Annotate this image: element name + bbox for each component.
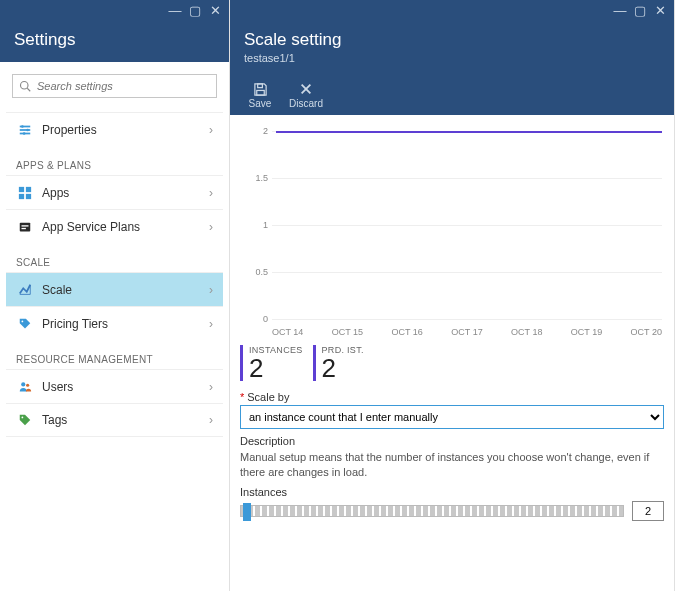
chevron-right-icon: ›	[209, 380, 213, 394]
chart-y-tick: 1	[240, 220, 268, 230]
svg-rect-12	[20, 222, 31, 231]
chart-x-tick: OCT 18	[511, 327, 542, 337]
instances-chart: 00.511.52	[240, 125, 664, 325]
plan-icon	[16, 218, 34, 236]
save-icon	[253, 80, 268, 98]
chart-series-line	[276, 131, 662, 133]
chart-gridline	[272, 225, 662, 226]
chart-gridline	[272, 319, 662, 320]
maximize-icon[interactable]: ▢	[185, 1, 205, 19]
instances-slider-label: Instances	[240, 486, 664, 498]
titlebar-left: — ▢ ✕	[0, 0, 229, 20]
description-label: Description	[240, 435, 664, 447]
search-icon	[19, 80, 31, 92]
svg-rect-8	[19, 186, 24, 191]
scale-setting-blade: — ▢ ✕ Scale setting testase1/1 Save Disc…	[230, 0, 675, 591]
svg-point-0	[21, 82, 29, 90]
svg-rect-10	[19, 193, 24, 198]
nav-apps-label: Apps	[42, 186, 209, 200]
settings-blade: — ▢ ✕ Settings Properties › APPS & PLANS…	[0, 0, 230, 591]
save-label: Save	[249, 98, 272, 109]
nav-app-service-plans[interactable]: App Service Plans ›	[6, 209, 223, 243]
chart-y-tick: 1.5	[240, 173, 268, 183]
svg-rect-20	[256, 90, 264, 95]
nav-properties[interactable]: Properties ›	[6, 112, 223, 146]
close-icon[interactable]: ✕	[650, 1, 670, 19]
nav-scale-label: Scale	[42, 283, 209, 297]
discard-icon	[299, 80, 313, 98]
search-input[interactable]	[37, 80, 210, 92]
scale-by-select[interactable]: an instance count that I enter manually	[240, 405, 664, 429]
users-icon	[16, 378, 34, 396]
svg-rect-14	[22, 227, 26, 228]
nav-scale[interactable]: Scale ›	[6, 272, 223, 306]
instances-input[interactable]	[632, 501, 664, 521]
settings-body: Properties › APPS & PLANS Apps › App Ser…	[0, 62, 229, 437]
minimize-icon[interactable]: —	[610, 1, 630, 19]
tags-icon	[16, 411, 34, 429]
svg-rect-11	[26, 193, 31, 198]
nav-tags-label: Tags	[42, 413, 209, 427]
nav-plans-label: App Service Plans	[42, 220, 209, 234]
nav-users[interactable]: Users ›	[6, 369, 223, 403]
chart-x-tick: OCT 16	[392, 327, 423, 337]
svg-rect-19	[257, 83, 262, 87]
search-box[interactable]	[12, 74, 217, 98]
maximize-icon[interactable]: ▢	[630, 1, 650, 19]
nav-tags[interactable]: Tags ›	[6, 403, 223, 437]
scale-by-label: *Scale by	[240, 391, 664, 403]
section-scale: SCALE	[6, 251, 223, 272]
scale-body: 00.511.52 OCT 14OCT 15OCT 16OCT 17OCT 18…	[230, 115, 674, 531]
svg-point-17	[26, 383, 29, 386]
svg-line-1	[27, 88, 30, 91]
slider-thumb[interactable]	[243, 503, 251, 521]
discard-label: Discard	[289, 98, 323, 109]
svg-point-16	[21, 382, 25, 386]
scale-header: Scale setting testase1/1	[230, 20, 674, 76]
required-asterisk: *	[240, 391, 244, 403]
metric-row: INSTANCES 2 PRD. IST. 2	[240, 345, 664, 381]
scale-title: Scale setting	[244, 30, 660, 50]
command-bar: Save Discard	[230, 76, 674, 115]
scale-icon	[16, 281, 34, 299]
chart-y-tick: 0.5	[240, 267, 268, 277]
svg-rect-9	[26, 186, 31, 191]
chart-x-tick: OCT 17	[451, 327, 482, 337]
discard-button[interactable]: Discard	[284, 80, 328, 109]
minimize-icon[interactable]: —	[165, 1, 185, 19]
chart-gridline	[272, 272, 662, 273]
svg-rect-13	[22, 225, 29, 226]
chart-x-tick: OCT 15	[332, 327, 363, 337]
chevron-right-icon: ›	[209, 317, 213, 331]
chevron-right-icon: ›	[209, 413, 213, 427]
nav-pricing-label: Pricing Tiers	[42, 317, 209, 331]
chevron-right-icon: ›	[209, 123, 213, 137]
grid-icon	[16, 184, 34, 202]
nav-pricing-tiers[interactable]: Pricing Tiers ›	[6, 306, 223, 340]
metric-prdist: PRD. IST. 2	[313, 345, 364, 381]
save-button[interactable]: Save	[238, 80, 282, 109]
sliders-icon	[16, 121, 34, 139]
chevron-right-icon: ›	[209, 220, 213, 234]
chart-y-tick: 2	[240, 126, 268, 136]
chart-y-tick: 0	[240, 314, 268, 324]
instances-slider[interactable]	[240, 505, 624, 517]
nav-apps[interactable]: Apps ›	[6, 175, 223, 209]
close-icon[interactable]: ✕	[205, 1, 225, 19]
svg-point-5	[21, 125, 24, 128]
svg-point-15	[22, 320, 24, 322]
instances-slider-row	[240, 501, 664, 521]
section-resource-management: RESOURCE MANAGEMENT	[6, 348, 223, 369]
settings-header: Settings	[0, 20, 229, 62]
titlebar-right: — ▢ ✕	[230, 0, 674, 20]
metric-instances-value: 2	[249, 355, 303, 381]
chevron-right-icon: ›	[209, 283, 213, 297]
chart-x-tick: OCT 19	[571, 327, 602, 337]
chart-x-tick: OCT 14	[272, 327, 303, 337]
nav-properties-label: Properties	[42, 123, 209, 137]
description-text: Manual setup means that the number of in…	[240, 450, 664, 480]
chart-gridline	[272, 178, 662, 179]
chevron-right-icon: ›	[209, 186, 213, 200]
svg-point-7	[23, 132, 26, 135]
pricing-icon	[16, 315, 34, 333]
